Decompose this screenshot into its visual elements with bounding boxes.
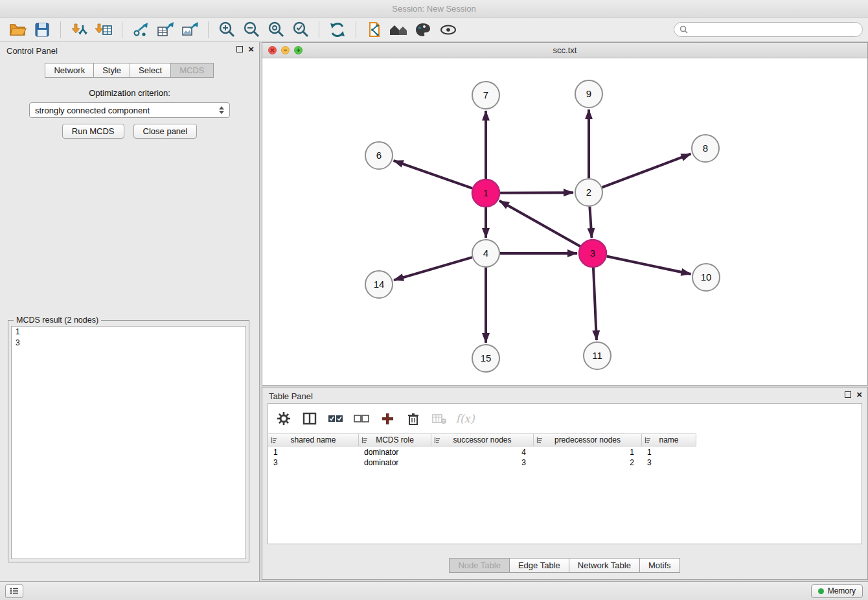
open-session-button[interactable] <box>5 19 30 40</box>
tab-network-table[interactable]: Network Table <box>569 558 640 573</box>
tab-mcds[interactable]: MCDS <box>170 63 213 78</box>
graph-node-label: 15 <box>481 352 492 363</box>
graph-edge-3-1[interactable] <box>499 201 580 246</box>
graph-edge-3-10[interactable] <box>607 257 691 274</box>
column-header-predecessor-nodes[interactable]: predecessor nodes <box>534 434 642 446</box>
tab-edge-table[interactable]: Edge Table <box>509 558 569 573</box>
graph-node-4[interactable]: 4 <box>472 240 499 267</box>
graph-edge-1-6[interactable] <box>394 161 473 189</box>
graph-node-8[interactable]: 8 <box>692 135 719 162</box>
cell-shared-name: 3 <box>268 457 359 468</box>
minimize-window-button[interactable] <box>281 46 290 54</box>
graph-node-11[interactable]: 11 <box>584 342 611 369</box>
criterion-value: strongly connected component <box>35 106 150 115</box>
refresh-button[interactable] <box>325 19 350 40</box>
titlebar[interactable]: Session: New Session <box>0 0 868 17</box>
zoom-in-icon <box>218 21 236 39</box>
fx-icon: f(x) <box>455 412 474 425</box>
run-mcds-button[interactable]: Run MCDS <box>62 124 124 139</box>
import-table-button[interactable] <box>91 19 116 40</box>
close-panel-icon[interactable]: × <box>856 391 862 398</box>
mcds-result-line: 1 <box>12 327 246 338</box>
float-window-icon[interactable] <box>845 391 851 398</box>
toolbar-separator <box>122 21 122 38</box>
zoom-out-button[interactable] <box>239 19 264 40</box>
column-header-name[interactable]: name <box>642 434 696 446</box>
copy-document-icon <box>365 21 383 39</box>
table-settings-button[interactable] <box>275 410 293 428</box>
image-arrow-icon <box>181 21 199 38</box>
memory-button[interactable]: Memory <box>811 584 863 598</box>
tab-motifs[interactable]: Motifs <box>639 558 680 573</box>
delete-table-button[interactable] <box>430 410 448 428</box>
graph-node-15[interactable]: 15 <box>472 345 499 372</box>
column-header-successor-nodes[interactable]: successor nodes <box>431 434 534 446</box>
graph-node-2[interactable]: 2 <box>575 179 602 206</box>
column-header-shared-name[interactable]: shared name <box>268 434 359 446</box>
tab-node-table[interactable]: Node Table <box>449 558 510 573</box>
export-table-button[interactable] <box>153 19 177 40</box>
zoom-window-button[interactable] <box>294 46 303 54</box>
graph-edge-2-8[interactable] <box>602 154 691 187</box>
graph-node-9[interactable]: 9 <box>575 80 602 108</box>
function-builder-button[interactable]: f(x) <box>456 410 474 428</box>
tab-network[interactable]: Network <box>45 63 94 78</box>
deselect-all-button[interactable] <box>352 410 371 428</box>
home-button[interactable] <box>387 19 411 40</box>
cell-name: 3 <box>642 457 696 468</box>
export-image-button[interactable] <box>177 19 202 40</box>
graph-node-7[interactable]: 7 <box>472 82 499 109</box>
table-row[interactable]: 1 dominator 4 1 1 <box>268 447 696 457</box>
tab-select[interactable]: Select <box>130 63 171 78</box>
graph-node-14[interactable]: 14 <box>365 271 393 298</box>
column-layout-button[interactable] <box>301 410 319 428</box>
zoom-selected-button[interactable] <box>288 19 313 40</box>
graph-edge-4-14[interactable] <box>394 257 472 280</box>
graph-node-label: 8 <box>703 143 708 154</box>
graph-node-label: 1 <box>483 187 488 198</box>
network-window-titlebar[interactable]: scc.txt <box>262 43 867 58</box>
cell-predecessor-nodes: 2 <box>534 457 642 468</box>
close-window-button[interactable] <box>268 46 277 54</box>
style-button[interactable] <box>411 19 436 40</box>
add-column-button[interactable] <box>378 410 396 428</box>
save-session-button[interactable] <box>30 19 54 40</box>
copy-network-button[interactable] <box>362 19 387 40</box>
zoom-fit-button[interactable] <box>264 19 288 40</box>
zoom-in-button[interactable] <box>214 19 239 40</box>
delete-column-button[interactable] <box>404 410 422 428</box>
eye-icon <box>439 21 457 38</box>
graph-node-3[interactable]: 3 <box>579 240 606 267</box>
network-canvas[interactable]: 7968124314101511 <box>262 58 867 385</box>
float-window-icon[interactable] <box>236 46 243 52</box>
search-input[interactable] <box>691 25 857 34</box>
search-field[interactable] <box>674 22 863 37</box>
table-header-row: shared name MCDS role successor nodes pr… <box>268 433 696 446</box>
graph-edge-1-2[interactable] <box>500 192 573 193</box>
delete-table-icon <box>431 413 447 424</box>
mcds-result-line: 3 <box>12 338 246 349</box>
column-header-mcds-role[interactable]: MCDS role <box>359 434 431 446</box>
main-toolbar <box>0 17 868 42</box>
task-history-button[interactable] <box>5 584 23 598</box>
graph-node-label: 6 <box>376 150 382 161</box>
toolbar-separator <box>60 21 61 38</box>
toolbar-separator <box>208 21 209 38</box>
tab-style[interactable]: Style <box>93 63 130 78</box>
graph-node-1[interactable]: 1 <box>472 179 499 207</box>
cell-successor-nodes: 3 <box>431 457 534 468</box>
graph-node-6[interactable]: 6 <box>365 142 393 169</box>
graph-node-10[interactable]: 10 <box>692 264 720 291</box>
select-all-button[interactable] <box>326 410 345 428</box>
table-row[interactable]: 3 dominator 3 2 3 <box>268 457 696 468</box>
criterion-dropdown[interactable]: strongly connected component <box>29 102 230 118</box>
floppy-icon <box>34 21 51 38</box>
export-network-button[interactable] <box>128 19 153 40</box>
close-panel-button[interactable]: Close panel <box>133 124 198 139</box>
graph-edge-3-11[interactable] <box>593 268 597 340</box>
mcds-result-list[interactable]: 1 3 <box>11 326 246 559</box>
import-network-button[interactable] <box>67 19 91 40</box>
close-panel-icon[interactable]: × <box>248 45 254 53</box>
visibility-button[interactable] <box>436 19 461 40</box>
graph-edge-2-3[interactable] <box>589 207 591 238</box>
